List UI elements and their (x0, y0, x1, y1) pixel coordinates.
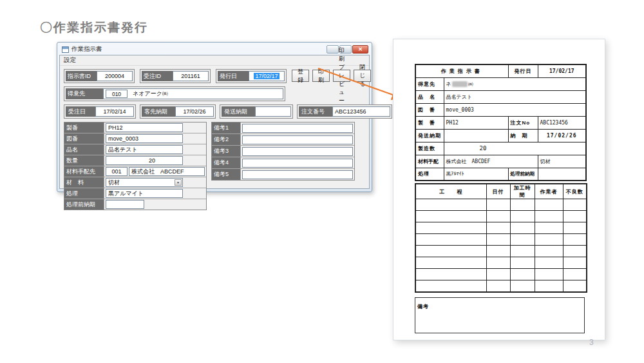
table-row (415, 222, 587, 234)
slide-heading: 〇作業指示書発行 (40, 19, 148, 36)
register-button[interactable]: 登録 (292, 70, 309, 82)
item-name-input[interactable]: 品名テスト (106, 145, 183, 154)
slide-page-number: 3 (589, 338, 594, 347)
customer-code-input[interactable]: 010 (106, 90, 128, 98)
order-date-label: 受注日 (66, 106, 95, 117)
material-label: 材 料 (64, 177, 104, 188)
defect-col-header: 不良数 (563, 184, 587, 199)
remarks5-input[interactable] (242, 170, 353, 179)
drawing-no-input[interactable]: move_0003 (106, 134, 183, 143)
ship-due-group: 発送納期 (220, 104, 293, 119)
order-date-group: 受注日 17/02/14 (64, 104, 136, 119)
quantity-input[interactable]: 20 (106, 156, 183, 165)
table-row (415, 199, 587, 211)
doc-qty-value: 20 (444, 142, 586, 155)
doc-ship-due-label: 発送納期 (415, 129, 444, 142)
table-row (415, 234, 587, 246)
material-value: 切材 (108, 179, 120, 187)
instruction-id-input[interactable]: 200004 (97, 71, 133, 81)
menu-bar: 設定 (60, 55, 369, 66)
customer-due-input[interactable]: 17/02/26 (175, 106, 214, 117)
issue-date-label: 発行日 (218, 71, 249, 81)
issue-date-input[interactable]: 17/02/17 (249, 71, 285, 81)
issue-date-group: 発行日 17/02/17 (216, 69, 287, 83)
ship-due-label: 発送納期 (222, 106, 255, 117)
doc-item-label: 品 名 (415, 90, 444, 103)
customer-group: 得意先 010 ネオアーク㈱ (64, 86, 285, 101)
remarks1-input[interactable] (242, 124, 353, 133)
window-title: 作業指示書 (71, 45, 102, 54)
table-row (415, 211, 587, 222)
material-supplier-label: 材料手配先 (64, 166, 104, 177)
print-preview-button[interactable]: 印刷プレビュー (333, 70, 350, 82)
order-no-label: 注文番号 (299, 106, 332, 117)
treatment-input[interactable]: 黒アルマイト (106, 189, 183, 198)
doc-customer-label: 得意先 (415, 77, 444, 90)
order-date-input[interactable]: 17/02/14 (95, 106, 134, 117)
customer-label: 得意先 (66, 88, 103, 99)
customer-name-text: ネオアーク㈱ (133, 90, 168, 98)
doc-order-no-value: ABC123456 (538, 116, 586, 129)
doc-issue-date-label: 発行日 (508, 64, 538, 77)
doc-pretreatment-value (538, 168, 586, 181)
time-col-header: 加工時間 (510, 184, 535, 199)
document-header-table: 作業指示書 発行日 17/02/17 得意先 ネ㈱ 品 名 品名テスト 図 番 … (415, 64, 587, 181)
remarks3-input[interactable] (242, 147, 353, 156)
date-col-header: 日付 (486, 184, 510, 199)
pretreatment-due-label: 処理前納期 (64, 199, 104, 210)
product-no-input[interactable]: PH12 (106, 123, 183, 132)
instruction-id-group: 指示書ID 200004 (64, 69, 135, 83)
material-supplier-name-input[interactable]: 株式会社 ABCDEF (129, 167, 205, 176)
doc-drawing-label: 図 番 (415, 103, 444, 116)
customer-due-label: 客先納期 (142, 106, 175, 117)
treatment-label: 処理 (64, 188, 104, 199)
app-window: 作業指示書 ✕ 設定 指示書ID 200004 受注ID (57, 42, 372, 192)
close-window-button[interactable]: ✕ (352, 45, 368, 54)
order-id-input[interactable]: 201161 (173, 71, 209, 81)
minimize-button[interactable] (327, 45, 339, 54)
slide: 〇作業指示書発行 作業指示書 ✕ 設定 指示書ID 200004 (0, 0, 644, 363)
window-titlebar[interactable]: 作業指示書 ✕ (59, 44, 370, 55)
doc-material-value: 株式会社 ABCDEF (444, 155, 538, 168)
close-button[interactable]: 閉じる (354, 70, 371, 82)
material-supplier-code-input[interactable]: 001 (106, 167, 128, 176)
menu-settings[interactable]: 設定 (60, 56, 80, 64)
order-no-group: 注文番号 ABC123456 (297, 104, 392, 119)
doc-due-value: 17/02/26 (538, 129, 586, 142)
drawing-no-label: 図番 (64, 133, 104, 144)
process-col-header: 工 程 (415, 184, 486, 199)
product-no-label: 製番 (64, 123, 104, 133)
ship-due-input[interactable] (255, 106, 291, 117)
table-row (415, 246, 587, 257)
order-no-input[interactable]: ABC123456 (332, 106, 390, 117)
doc-issue-date-value: 17/02/17 (538, 64, 586, 77)
detail-grid: 製番 PH12 図番 move_0003 品名 品名テスト 数量 (64, 122, 207, 210)
doc-order-no-label: 注文No (508, 116, 538, 129)
customer-due-group: 客先納期 17/02/26 (140, 104, 216, 119)
remarks4-label: 備考4 (212, 157, 241, 168)
instruction-id-label: 指示書ID (66, 71, 97, 81)
doc-treatment-value: 黒ｱﾙﾏｲﾄ (444, 168, 508, 181)
dropdown-arrow-icon[interactable]: ▼ (175, 179, 182, 186)
doc-remarks-label: 備考 (417, 304, 429, 309)
doc-product-value: PH12 (444, 116, 508, 129)
remarks2-input[interactable] (242, 135, 353, 144)
customer-input[interactable]: 010 ネオアーク㈱ (103, 88, 283, 99)
doc-product-label: 製 番 (415, 116, 444, 129)
process-table: 工 程 日付 加工時間 作業者 不良数 (415, 183, 587, 293)
remarks4-input[interactable] (242, 159, 353, 168)
remarks3-label: 備考3 (212, 146, 241, 157)
item-name-label: 品名 (64, 144, 104, 155)
doc-item-value: 品名テスト (444, 90, 586, 103)
material-combobox[interactable]: 切材 ▼ (106, 178, 183, 187)
table-row (415, 257, 587, 269)
order-id-group: 受注ID 201161 (140, 69, 211, 83)
redaction-blur (452, 81, 468, 87)
doc-qty-label: 製造数 (415, 142, 444, 155)
doc-material-label: 材料手配 (415, 155, 444, 168)
doc-customer-value: ネ㈱ (444, 77, 586, 90)
table-row (415, 280, 587, 292)
print-button[interactable]: 印刷 (312, 70, 330, 82)
doc-material-type: 切材 (538, 155, 586, 168)
pretreatment-due-input[interactable] (106, 200, 144, 209)
